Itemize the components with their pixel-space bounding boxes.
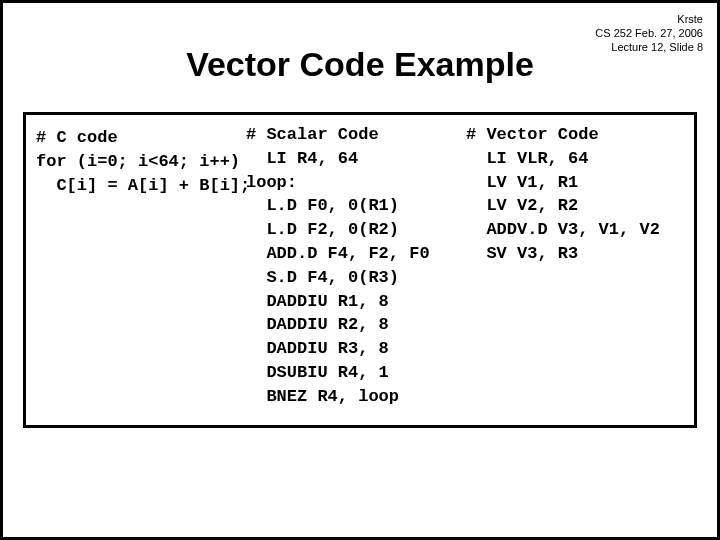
vector-code-column: # Vector Code LI VLR, 64 LV V1, R1 LV V2… bbox=[466, 123, 684, 266]
header-slide: Lecture 12, Slide 8 bbox=[595, 41, 703, 55]
slide-header: Krste CS 252 Feb. 27, 2006 Lecture 12, S… bbox=[595, 13, 703, 54]
code-comparison-box: # C code for (i=0; i<64; i++) C[i] = A[i… bbox=[23, 112, 697, 428]
header-author: Krste bbox=[595, 13, 703, 27]
scalar-code-column: # Scalar Code LI R4, 64 loop: L.D F0, 0(… bbox=[246, 123, 466, 409]
c-code-column: # C code for (i=0; i<64; i++) C[i] = A[i… bbox=[36, 123, 246, 197]
header-course: CS 252 Feb. 27, 2006 bbox=[595, 27, 703, 41]
